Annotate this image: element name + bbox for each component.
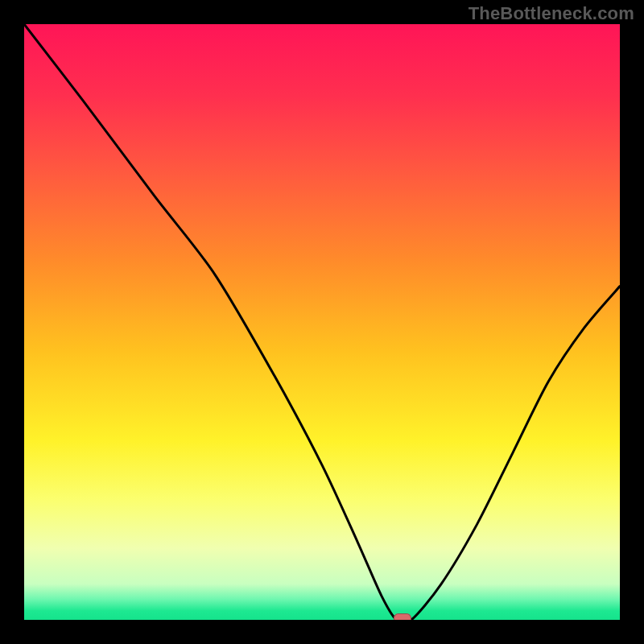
- optimal-point-marker: [394, 613, 411, 620]
- plot-area: [24, 24, 620, 620]
- watermark-text: TheBottleneck.com: [469, 3, 634, 24]
- chart-frame: TheBottleneck.com: [0, 0, 644, 644]
- bottleneck-curve: [24, 24, 620, 620]
